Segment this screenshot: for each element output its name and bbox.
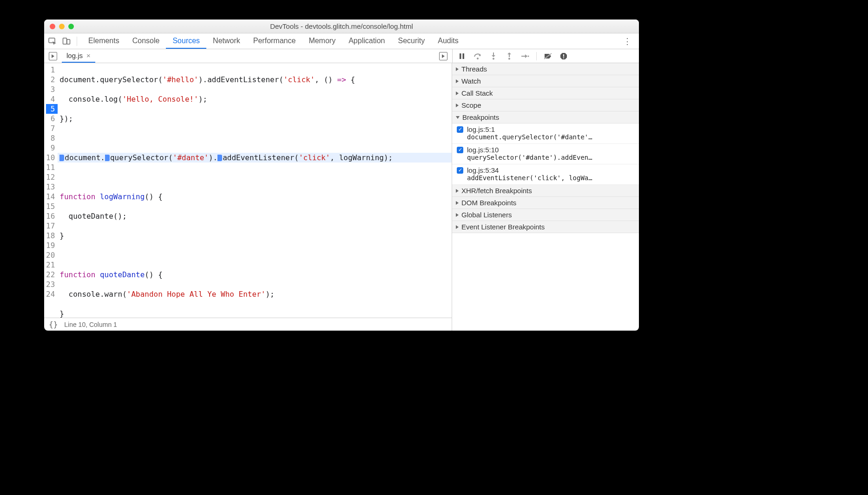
breakpoint-item[interactable]: ✓ log.js:5:34 (452, 164, 639, 174)
step-out-icon[interactable] (505, 52, 514, 61)
svg-point-11 (527, 55, 529, 57)
column-breakpoint-2[interactable] (105, 155, 110, 161)
tab-audits[interactable]: Audits (431, 34, 465, 49)
svg-point-7 (493, 58, 494, 59)
svg-rect-3 (460, 53, 461, 59)
svg-point-9 (508, 58, 510, 59)
tab-security[interactable]: Security (391, 34, 431, 49)
subbar: log.js × (44, 49, 639, 63)
show-navigator-icon[interactable] (49, 52, 57, 60)
section-scope[interactable]: Scope (452, 99, 639, 111)
panel-tabs: Elements Console Sources Network Perform… (82, 34, 465, 49)
separator (536, 52, 537, 60)
breakpoint-snippet: document.querySelector('#dante'… (452, 133, 639, 144)
breakpoint-location: log.js:5:10 (467, 146, 499, 154)
minimize-window-button[interactable] (59, 24, 65, 29)
zoom-window-button[interactable] (68, 24, 74, 29)
column-breakpoint-3[interactable] (217, 155, 222, 161)
section-callstack[interactable]: Call Stack (452, 87, 639, 99)
code-body[interactable]: document.querySelector('#hello').addEven… (58, 63, 452, 318)
cursor-position: Line 10, Column 1 (64, 321, 117, 328)
breakpoint-snippet: querySelector('#dante').addEven… (452, 154, 639, 164)
section-watch[interactable]: Watch (452, 75, 639, 87)
breakpoint-location: log.js:5:34 (467, 166, 499, 174)
step-over-icon[interactable] (473, 52, 482, 61)
tab-network[interactable]: Network (206, 34, 247, 49)
main: 1234 5 678910111213141516171819202122232… (44, 63, 639, 331)
pause-icon[interactable] (457, 52, 467, 61)
tab-console[interactable]: Console (126, 34, 166, 49)
step-into-icon[interactable] (489, 52, 498, 61)
svg-rect-2 (67, 39, 70, 44)
tab-application[interactable]: Application (342, 34, 391, 49)
file-tab-label: log.js (66, 52, 83, 59)
svg-rect-4 (463, 53, 465, 59)
section-event-listener-breakpoints[interactable]: Event Listener Breakpoints (452, 221, 639, 233)
titlebar: DevTools - devtools.glitch.me/console/lo… (44, 20, 639, 33)
debugger-sidebar: Threads Watch Call Stack Scope Breakpoin… (452, 63, 639, 331)
file-tab[interactable]: log.js × (62, 49, 95, 63)
pause-on-exceptions-icon[interactable] (559, 52, 568, 61)
breakpoint-checkbox[interactable]: ✓ (457, 167, 463, 174)
window-title: DevTools - devtools.glitch.me/console/lo… (44, 22, 639, 30)
tab-memory[interactable]: Memory (302, 34, 342, 49)
close-file-icon[interactable]: × (86, 52, 91, 59)
breakpoint-item[interactable]: ✓ log.js:5:10 (452, 144, 639, 154)
column-breakpoint-1[interactable] (59, 155, 64, 161)
devtools-window: DevTools - devtools.glitch.me/console/lo… (44, 20, 639, 331)
more-options-icon[interactable]: ⋮ (619, 36, 635, 46)
step-icon[interactable] (520, 52, 530, 61)
section-breakpoints[interactable]: Breakpoints (452, 111, 639, 124)
device-toolbar-icon[interactable] (62, 37, 71, 46)
svg-rect-15 (563, 57, 564, 58)
code-editor[interactable]: 1234 5 678910111213141516171819202122232… (44, 63, 452, 318)
breakpoint-checkbox[interactable]: ✓ (457, 147, 463, 153)
breakpoint-snippet: addEventListener('click', logWa… (452, 174, 639, 185)
status-bar: {} Line 10, Column 1 (44, 318, 452, 331)
section-xhr-breakpoints[interactable]: XHR/fetch Breakpoints (452, 185, 639, 197)
tab-performance[interactable]: Performance (247, 34, 302, 49)
breakpoint-checkbox[interactable]: ✓ (457, 126, 463, 133)
section-threads[interactable]: Threads (452, 63, 639, 75)
line-gutter: 1234 5 678910111213141516171819202122232… (44, 63, 58, 318)
section-global-listeners[interactable]: Global Listeners (452, 209, 639, 221)
toolbar: Elements Console Sources Network Perform… (44, 33, 639, 49)
breakpoint-location: log.js:5:1 (467, 125, 495, 133)
svg-rect-1 (63, 38, 67, 44)
svg-point-5 (477, 58, 479, 59)
deactivate-breakpoints-icon[interactable] (543, 52, 552, 61)
svg-rect-0 (49, 38, 55, 43)
section-dom-breakpoints[interactable]: DOM Breakpoints (452, 197, 639, 209)
pretty-print-icon[interactable]: {} (49, 320, 58, 329)
close-window-button[interactable] (50, 24, 55, 29)
breakpoint-item[interactable]: ✓ log.js:5:1 (452, 124, 639, 133)
traffic-lights (50, 24, 74, 29)
debugger-controls (452, 49, 639, 63)
tab-sources[interactable]: Sources (166, 34, 206, 49)
show-debugger-icon[interactable] (439, 52, 447, 60)
svg-rect-14 (563, 54, 564, 57)
inspect-element-icon[interactable] (48, 37, 57, 46)
tab-elements[interactable]: Elements (82, 34, 126, 49)
